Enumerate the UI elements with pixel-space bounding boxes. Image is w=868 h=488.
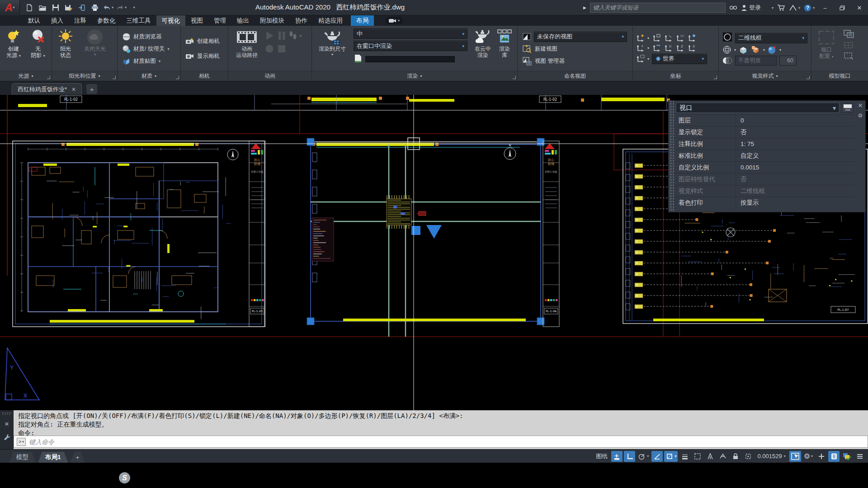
ucs-x-rotate-icon[interactable]: x <box>636 44 645 52</box>
ribbon-tab-11[interactable]: 精选应用 <box>313 15 348 26</box>
ribbon-tab-10[interactable]: 协作 <box>290 15 313 26</box>
triangle-scale-grip[interactable] <box>426 225 442 239</box>
viewport-scale-button[interactable]: 0.001529▾ <box>755 453 788 460</box>
walk-dropdown-icon[interactable]: ▾ <box>300 34 302 38</box>
selection-cycling-icon[interactable] <box>692 451 703 462</box>
customization-menu-icon[interactable] <box>854 451 865 462</box>
document-tab[interactable]: 西红柿鸡蛋饭作业* ✕ <box>12 83 82 95</box>
autocad-app-menu[interactable]: A▾ <box>0 0 20 15</box>
ucs-icon[interactable] <box>636 34 645 42</box>
ucs-origin-icon[interactable] <box>664 34 673 42</box>
panel-launcher-icon[interactable] <box>807 76 810 79</box>
animation-motion-path-button[interactable]: 动画 运动路径 <box>229 27 264 58</box>
material-mapping-button[interactable]: 材质贴图▾ <box>120 56 171 67</box>
panel-label-sun-location[interactable]: 阳光和位置▾ <box>52 71 117 81</box>
redo-icon[interactable]: ▾ <box>115 2 127 13</box>
ribbon-tab-3[interactable]: 参数化 <box>92 15 121 26</box>
isolate-objects-icon[interactable] <box>828 451 840 462</box>
polar-tracking-icon[interactable]: ▾ <box>637 451 650 462</box>
render-to-size-button[interactable]: 渲染到尺寸 ▾ <box>313 27 352 56</box>
ribbon-tab-4[interactable]: 三维工具 <box>121 15 156 26</box>
add-layout-button[interactable]: + <box>71 452 85 463</box>
shaded-sphere-icon[interactable] <box>767 45 778 54</box>
ribbon-tab-6[interactable]: 视图 <box>185 15 208 26</box>
minimize-button[interactable]: – <box>818 2 832 14</box>
viewport-grip[interactable] <box>537 318 544 325</box>
panel-launcher-icon[interactable] <box>714 76 717 79</box>
graphics-performance-icon[interactable] <box>841 451 853 462</box>
panel-label-animation[interactable]: 动画 <box>228 71 311 81</box>
command-input[interactable] <box>29 438 868 446</box>
panel-label-visual-styles[interactable]: 视觉样式▾ <box>719 71 811 81</box>
new-file-icon[interactable] <box>24 2 35 13</box>
palette-row-value[interactable]: 二维线框 <box>736 185 855 197</box>
layout1-tab[interactable]: 布局1 <box>38 452 68 463</box>
ucs-world-icon[interactable] <box>687 34 696 42</box>
new-view-button[interactable]: 新建视图 <box>520 43 629 55</box>
render-destination-select[interactable]: 在窗口中渲染▾ <box>354 41 467 51</box>
ucs-move-icon[interactable] <box>664 44 673 52</box>
render-gallery-button[interactable]: 渲染 库 <box>495 27 514 58</box>
ucs-select[interactable]: 世界 ▾ <box>652 54 707 64</box>
ucs-object-icon[interactable] <box>675 34 684 42</box>
dynamic-ucs-icon[interactable] <box>717 451 728 462</box>
save-icon[interactable] <box>50 2 61 13</box>
command-wrench-icon[interactable] <box>3 433 10 442</box>
ucs-named-icon[interactable] <box>636 55 645 63</box>
palette-row-value[interactable]: 0.0015 <box>736 162 855 173</box>
create-light-button[interactable]: 创建 光源 ▾ <box>1 27 26 58</box>
viewport-grip[interactable] <box>537 138 544 145</box>
ribbon-tab-7[interactable]: 管理 <box>208 15 231 26</box>
viewport-config-button[interactable]: 视口 配置 ▾ <box>812 27 840 59</box>
panel-launcher-icon[interactable] <box>513 76 516 79</box>
stop-animation-icon[interactable] <box>277 44 286 53</box>
scale-grip[interactable] <box>411 226 420 235</box>
close-button[interactable]: ✕ <box>853 2 866 14</box>
save-as-icon[interactable] <box>63 2 74 13</box>
ribbon-tab-12[interactable]: 布局 <box>351 15 374 26</box>
palette-row-value[interactable]: 0 <box>736 115 855 126</box>
viewport-join-icon[interactable] <box>843 29 855 38</box>
ribbon-tab-0[interactable]: 默认 <box>23 15 46 26</box>
object-snap-icon[interactable]: ▾ <box>664 451 678 462</box>
panel-label-named-views[interactable]: 命名视图 <box>518 71 632 81</box>
autodesk-logo-icon[interactable]: ▾ <box>789 5 800 11</box>
sky-off-button[interactable]: 关闭天光 ▾ <box>78 27 112 56</box>
document-tab-close-icon[interactable]: ✕ <box>71 86 76 93</box>
ucs-restore-icon[interactable] <box>652 44 661 52</box>
palette-close-icon[interactable]: ✕ <box>858 102 863 109</box>
pause-animation-icon[interactable] <box>277 31 286 41</box>
play-animation-icon[interactable] <box>264 31 274 41</box>
panel-label-render[interactable]: 渲染▾ <box>312 71 517 81</box>
ucs-3point-icon[interactable]: 3 <box>687 44 696 52</box>
lineweight-icon[interactable] <box>679 451 690 462</box>
3d-object-snap-icon[interactable] <box>704 451 716 462</box>
material-browser-button[interactable]: 材质浏览器 <box>120 31 171 42</box>
palette-row-value[interactable]: 否 <box>736 174 855 185</box>
screen-recorder-button[interactable]: ▾ <box>386 17 403 24</box>
material-texture-toggle-button[interactable]: 材质/ 纹理关▾ <box>120 43 171 55</box>
command-prompt-icon[interactable]: >▾ <box>17 438 26 446</box>
show-camera-button[interactable]: 显示相机 <box>184 51 222 62</box>
ortho-mode-icon[interactable] <box>624 451 635 462</box>
panel-launcher-icon[interactable] <box>47 76 50 79</box>
snap-mode-icon[interactable] <box>611 451 623 462</box>
help-icon[interactable]: ?▾ <box>804 4 815 12</box>
viewport-restore-icon[interactable] <box>843 42 855 49</box>
walk-icon[interactable] <box>289 31 297 41</box>
paper-space-button[interactable]: 图纸 <box>594 452 610 460</box>
search-input[interactable] <box>593 5 722 11</box>
restore-button[interactable] <box>835 2 849 14</box>
viewport-grip[interactable] <box>307 318 314 325</box>
xray-opacity-icon[interactable] <box>722 56 732 65</box>
undo-icon[interactable]: ▾ <box>102 2 113 13</box>
command-grip-icon[interactable] <box>2 412 12 415</box>
viewport-named-icon[interactable] <box>843 52 855 60</box>
no-shadow-button[interactable]: 无 阴影 ▾ <box>26 27 50 58</box>
panel-label-materials[interactable]: 材质▾ <box>118 71 180 81</box>
palette-row-value[interactable]: 按显示 <box>736 197 855 208</box>
panel-label-camera[interactable]: 相机 <box>181 71 228 81</box>
new-document-tab-button[interactable]: + <box>86 84 97 94</box>
ribbon-tab-1[interactable]: 插入 <box>46 15 69 26</box>
ribbon-tab-9[interactable]: 附加模块 <box>255 15 290 26</box>
